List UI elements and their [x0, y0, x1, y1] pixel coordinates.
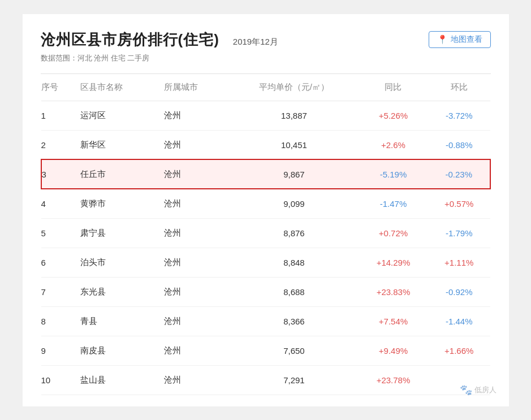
col-yoy: 同比: [359, 74, 428, 101]
cell-city: 沧州: [159, 189, 230, 218]
table-row: 10盐山县沧州7,291+23.78%: [41, 365, 490, 395]
map-button-label: 地图查看: [451, 34, 482, 45]
cell-yoy: -5.19%: [359, 159, 428, 189]
cell-rank: 3: [41, 159, 76, 189]
cell-city: 沧州: [159, 365, 230, 395]
cell-mom: -0.88%: [428, 130, 490, 159]
cell-name: 黄骅市: [76, 189, 159, 218]
table-row: 5肃宁县沧州8,876+0.72%-1.79%: [41, 218, 490, 248]
col-rank: 序号: [41, 74, 76, 101]
cell-yoy: +23.83%: [359, 277, 428, 306]
cell-city: 沧州: [159, 159, 230, 189]
cell-name: 任丘市: [76, 159, 159, 189]
cell-city: 沧州: [159, 306, 230, 336]
cell-mom: -1.44%: [428, 306, 490, 336]
col-mom: 环比: [428, 74, 490, 101]
table-row: 4黄骅市沧州9,099-1.47%+0.57%: [41, 189, 490, 218]
col-city: 所属城市: [159, 74, 230, 101]
map-button[interactable]: 📍 地图查看: [429, 31, 491, 48]
cell-city: 沧州: [159, 130, 230, 159]
cell-city: 沧州: [159, 218, 230, 248]
cell-city: 沧州: [159, 336, 230, 365]
table-header-row: 序号 区县市名称 所属城市 平均单价（元/㎡） 同比 环比: [41, 74, 490, 101]
main-card: 沧州区县市房价排行(住宅) 2019年12月 📍 地图查看 数据范围：河北 沧州…: [23, 14, 509, 406]
cell-rank: 6: [41, 248, 76, 277]
cell-yoy: +0.72%: [359, 218, 428, 248]
cell-price: 8,366: [230, 306, 359, 336]
cell-name: 新华区: [76, 130, 159, 159]
table-row: 8青县沧州8,366+7.54%-1.44%: [41, 306, 490, 336]
cell-rank: 5: [41, 218, 76, 248]
title-group: 沧州区县市房价排行(住宅) 2019年12月: [41, 30, 278, 50]
table-row: 2新华区沧州10,451+2.6%-0.88%: [41, 130, 490, 159]
cell-name: 青县: [76, 306, 159, 336]
cell-city: 沧州: [159, 248, 230, 277]
cell-yoy: -1.47%: [359, 189, 428, 218]
main-title: 沧州区县市房价排行(住宅): [41, 30, 219, 50]
table-row: 9南皮县沧州7,650+9.49%+1.66%: [41, 336, 490, 365]
cell-yoy: +5.26%: [359, 101, 428, 130]
cell-city: 沧州: [159, 277, 230, 306]
data-range: 数据范围：河北 沧州 住宅 二手房: [41, 53, 491, 63]
cell-mom: -3.72%: [428, 101, 490, 130]
col-name: 区县市名称: [76, 74, 159, 101]
cell-yoy: +23.78%: [359, 365, 428, 395]
cell-price: 7,650: [230, 336, 359, 365]
price-table: 序号 区县市名称 所属城市 平均单价（元/㎡） 同比 环比 1运河区沧州13,8…: [41, 74, 491, 395]
cell-name: 运河区: [76, 101, 159, 130]
date-label: 2019年12月: [233, 37, 278, 47]
cell-mom: -0.92%: [428, 277, 490, 306]
cell-yoy: +14.29%: [359, 248, 428, 277]
table-row: 7东光县沧州8,688+23.83%-0.92%: [41, 277, 490, 306]
cell-yoy: +9.49%: [359, 336, 428, 365]
table-row: 3任丘市沧州9,867-5.19%-0.23%: [41, 159, 490, 189]
watermark-text: 低房人: [474, 385, 497, 395]
cell-price: 9,867: [230, 159, 359, 189]
cell-mom: +0.57%: [428, 189, 490, 218]
watermark-icon: 🐾: [460, 384, 472, 396]
cell-city: 沧州: [159, 101, 230, 130]
cell-rank: 9: [41, 336, 76, 365]
cell-rank: 4: [41, 189, 76, 218]
cell-price: 8,876: [230, 218, 359, 248]
cell-price: 13,887: [230, 101, 359, 130]
cell-mom: +1.11%: [428, 248, 490, 277]
cell-price: 9,099: [230, 189, 359, 218]
cell-price: 10,451: [230, 130, 359, 159]
cell-yoy: +7.54%: [359, 306, 428, 336]
map-icon: 📍: [437, 34, 448, 45]
col-price: 平均单价（元/㎡）: [230, 74, 359, 101]
cell-mom: -1.79%: [428, 218, 490, 248]
table-row: 6泊头市沧州8,848+14.29%+1.11%: [41, 248, 490, 277]
watermark: 🐾 低房人: [460, 384, 497, 396]
cell-price: 8,848: [230, 248, 359, 277]
cell-mom: +1.66%: [428, 336, 490, 365]
cell-yoy: +2.6%: [359, 130, 428, 159]
table-row: 1运河区沧州13,887+5.26%-3.72%: [41, 101, 490, 130]
cell-price: 8,688: [230, 277, 359, 306]
cell-name: 泊头市: [76, 248, 159, 277]
cell-name: 南皮县: [76, 336, 159, 365]
cell-price: 7,291: [230, 365, 359, 395]
cell-name: 盐山县: [76, 365, 159, 395]
cell-mom: -0.23%: [428, 159, 490, 189]
header-row: 沧州区县市房价排行(住宅) 2019年12月 📍 地图查看: [41, 30, 491, 50]
cell-rank: 1: [41, 101, 76, 130]
cell-rank: 8: [41, 306, 76, 336]
cell-rank: 7: [41, 277, 76, 306]
cell-rank: 2: [41, 130, 76, 159]
cell-name: 东光县: [76, 277, 159, 306]
cell-name: 肃宁县: [76, 218, 159, 248]
cell-rank: 10: [41, 365, 76, 395]
